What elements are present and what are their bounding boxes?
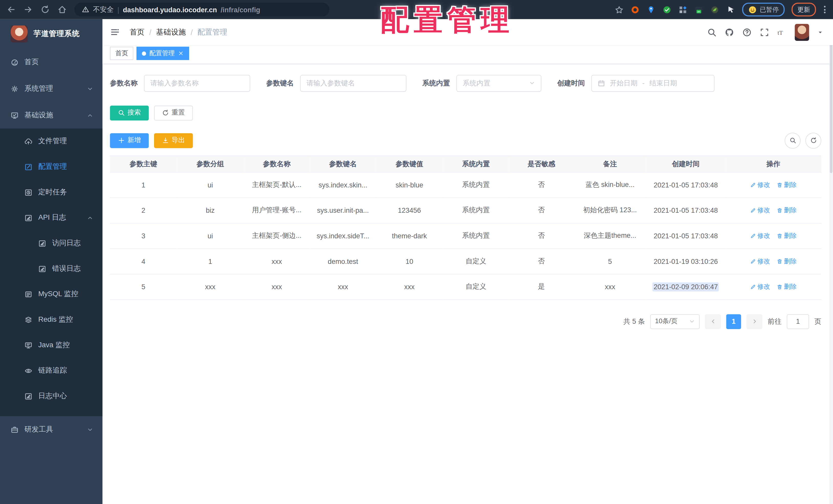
select-placeholder: 系统内置	[463, 78, 490, 88]
address-bar[interactable]: 不安全 | dashboard.yudao.iocoder.cn/infra/c…	[74, 3, 329, 16]
column-header: 创建时间	[646, 155, 725, 172]
edit-row-link[interactable]: 修改	[750, 231, 770, 240]
prev-page-button[interactable]	[705, 314, 721, 329]
add-button[interactable]: 新增	[110, 133, 149, 148]
table-cell: biz	[177, 197, 244, 223]
ext-pointer-icon[interactable]	[726, 5, 735, 14]
browser-update-button[interactable]: 更新	[791, 3, 816, 16]
reset-button[interactable]: 重置	[154, 105, 193, 120]
delete-row-link[interactable]: 删除	[777, 282, 797, 291]
sidebar-item-2[interactable]: 系统管理	[0, 75, 103, 102]
sidebar-item-label: 研发工具	[24, 425, 53, 434]
fullscreen-icon[interactable]	[760, 27, 769, 37]
ext-green-check-icon[interactable]	[663, 5, 671, 14]
sidebar-item-11[interactable]: Redis 监控	[0, 307, 103, 332]
forward-icon[interactable]	[23, 5, 33, 14]
sidebar-item-9[interactable]: 错误日志	[0, 256, 103, 281]
sidebar-item-5[interactable]: 配置管理	[0, 154, 103, 179]
app-logo-row[interactable]: 芋道管理系统	[0, 19, 103, 49]
end-date-placeholder: 结束日期	[649, 78, 677, 88]
table-cell: sys.index.sideT...	[310, 223, 376, 249]
java-monitor-icon	[24, 341, 32, 349]
sidebar-item-14[interactable]: 日志中心	[0, 383, 103, 409]
paused-extension-badge[interactable]: 已暂停	[742, 3, 785, 16]
sidebar-item-15[interactable]: 研发工具	[0, 416, 103, 443]
reload-icon[interactable]	[41, 5, 50, 14]
table-cell-actions: 修改删除	[725, 197, 821, 223]
delete-row-link[interactable]: 删除	[777, 180, 797, 189]
filter-input[interactable]: 请输入参数名称	[144, 75, 250, 92]
breadcrumb-item[interactable]: 基础设施	[156, 27, 186, 37]
github-icon[interactable]	[725, 27, 734, 37]
browser-menu-icon[interactable]	[823, 5, 827, 14]
sidebar-fold-icon[interactable]	[110, 27, 120, 37]
browser-chrome: 不安全 | dashboard.yudao.iocoder.cn/infra/c…	[0, 0, 833, 19]
page-size-select[interactable]: 10条/页	[650, 314, 700, 329]
page-number-button[interactable]: 1	[726, 314, 741, 329]
help-icon[interactable]	[742, 27, 752, 37]
sidebar-item-1[interactable]: 首页	[0, 49, 103, 75]
filter-input[interactable]: 请输入参数键名	[300, 75, 406, 92]
sidebar-item-4[interactable]: 文件管理	[0, 128, 103, 154]
back-icon[interactable]	[6, 5, 16, 14]
table-cell: 4	[110, 249, 177, 274]
add-button-label: 新增	[127, 136, 141, 145]
delete-row-link[interactable]: 删除	[777, 206, 797, 215]
next-page-button[interactable]	[746, 314, 762, 329]
home-icon[interactable]	[57, 5, 67, 14]
tab-首页[interactable]: 首页	[110, 47, 133, 60]
toggle-search-button[interactable]	[785, 132, 801, 148]
sidebar-item-12[interactable]: Java 监控	[0, 332, 103, 358]
sidebar-item-8[interactable]: 访问日志	[0, 230, 103, 256]
sidebar-item-label: API 日志	[38, 213, 66, 222]
sidebar-item-7[interactable]: API 日志	[0, 205, 103, 230]
ext-orange-ring-icon[interactable]	[630, 5, 640, 14]
bookmark-star-icon[interactable]	[615, 5, 624, 14]
sidebar-item-label: Redis 监控	[38, 315, 73, 324]
schedule-icon	[24, 188, 32, 196]
goto-page-input[interactable]: 1	[787, 314, 809, 329]
ext-screen-on-icon[interactable]: on	[694, 5, 703, 14]
table-cell: 深色主题theme...	[574, 223, 646, 249]
edit-row-link[interactable]: 修改	[750, 206, 770, 215]
delete-row-link[interactable]: 删除	[777, 257, 797, 266]
pencil-icon	[750, 233, 756, 238]
magnifier-icon	[118, 109, 125, 116]
table-cell-actions: 修改删除	[725, 223, 821, 249]
table-cell: 用户管理-账号...	[244, 197, 310, 223]
ext-puzzle-icon[interactable]	[679, 5, 687, 14]
sidebar-item-13[interactable]: 链路追踪	[0, 358, 103, 383]
date-range-picker[interactable]: 开始日期-结束日期	[591, 75, 715, 92]
ext-blue-pin-icon[interactable]	[646, 5, 656, 14]
search-button[interactable]: 搜索	[110, 105, 149, 120]
edit-row-link[interactable]: 修改	[750, 257, 770, 266]
sidebar-menu: 首页系统管理基础设施文件管理配置管理定时任务API 日志访问日志错误日志MySQ…	[0, 49, 103, 443]
breadcrumb-item[interactable]: 首页	[130, 27, 145, 37]
table-cell: 自定义	[443, 274, 509, 299]
page-scrollbar[interactable]	[829, 19, 833, 504]
refresh-table-button[interactable]	[805, 132, 821, 148]
close-icon	[178, 50, 184, 56]
export-button[interactable]: 导出	[154, 133, 193, 148]
table-cell: 系统内置	[443, 172, 509, 198]
builtin-select[interactable]: 系统内置	[456, 75, 541, 92]
sidebar-item-3[interactable]: 基础设施	[0, 102, 103, 129]
search-icon[interactable]	[707, 27, 717, 37]
sidebar-item-10[interactable]: MySQL 监控	[0, 281, 103, 307]
ext-leaf-icon[interactable]	[710, 5, 719, 14]
table-cell: 主框架页-侧边...	[244, 223, 310, 249]
input-placeholder: 请输入参数名称	[150, 78, 198, 88]
sidebar-item-label: 日志中心	[38, 391, 67, 401]
search-actions-row: 搜索 重置	[110, 105, 822, 120]
sidebar-item-6[interactable]: 定时任务	[0, 179, 103, 205]
delete-row-link[interactable]: 删除	[777, 231, 797, 240]
security-label: 不安全	[93, 5, 114, 14]
caret-down-icon	[817, 29, 824, 35]
edit-row-link[interactable]: 修改	[750, 282, 770, 291]
tab-配置管理[interactable]: 配置管理	[137, 47, 189, 60]
user-avatar[interactable]	[795, 24, 809, 41]
edit-row-link[interactable]: 修改	[750, 180, 770, 189]
app-logo	[11, 26, 28, 43]
config-table: 参数主键参数分组参数名称参数键名参数键值系统内置是否敏感备注创建时间操作 1ui…	[110, 155, 822, 300]
fontsize-icon[interactable]: tT	[777, 27, 787, 37]
